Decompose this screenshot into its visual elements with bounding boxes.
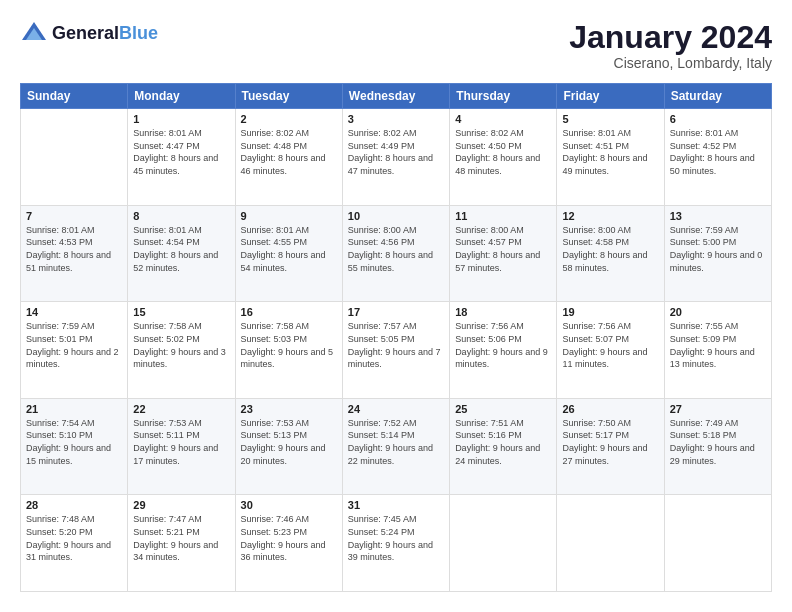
day-number: 30 bbox=[241, 499, 337, 511]
title-block: January 2024 Ciserano, Lombardy, Italy bbox=[569, 20, 772, 71]
calendar-cell: 22Sunrise: 7:53 AMSunset: 5:11 PMDayligh… bbox=[128, 398, 235, 495]
calendar-cell: 2Sunrise: 8:02 AMSunset: 4:48 PMDaylight… bbox=[235, 109, 342, 206]
day-info: Sunrise: 7:53 AMSunset: 5:13 PMDaylight:… bbox=[241, 417, 337, 467]
month-title: January 2024 bbox=[569, 20, 772, 55]
calendar-cell: 14Sunrise: 7:59 AMSunset: 5:01 PMDayligh… bbox=[21, 302, 128, 399]
calendar-cell: 23Sunrise: 7:53 AMSunset: 5:13 PMDayligh… bbox=[235, 398, 342, 495]
calendar-cell: 17Sunrise: 7:57 AMSunset: 5:05 PMDayligh… bbox=[342, 302, 449, 399]
calendar-cell: 8Sunrise: 8:01 AMSunset: 4:54 PMDaylight… bbox=[128, 205, 235, 302]
day-number: 5 bbox=[562, 113, 658, 125]
day-info: Sunrise: 7:46 AMSunset: 5:23 PMDaylight:… bbox=[241, 513, 337, 563]
day-info: Sunrise: 7:58 AMSunset: 5:03 PMDaylight:… bbox=[241, 320, 337, 370]
day-info: Sunrise: 7:47 AMSunset: 5:21 PMDaylight:… bbox=[133, 513, 229, 563]
day-number: 7 bbox=[26, 210, 122, 222]
day-info: Sunrise: 8:02 AMSunset: 4:48 PMDaylight:… bbox=[241, 127, 337, 177]
calendar-week-row: 14Sunrise: 7:59 AMSunset: 5:01 PMDayligh… bbox=[21, 302, 772, 399]
day-number: 19 bbox=[562, 306, 658, 318]
day-info: Sunrise: 7:59 AMSunset: 5:00 PMDaylight:… bbox=[670, 224, 766, 274]
day-number: 12 bbox=[562, 210, 658, 222]
calendar-cell bbox=[450, 495, 557, 592]
day-info: Sunrise: 7:51 AMSunset: 5:16 PMDaylight:… bbox=[455, 417, 551, 467]
day-info: Sunrise: 8:01 AMSunset: 4:47 PMDaylight:… bbox=[133, 127, 229, 177]
calendar-cell: 10Sunrise: 8:00 AMSunset: 4:56 PMDayligh… bbox=[342, 205, 449, 302]
day-info: Sunrise: 7:54 AMSunset: 5:10 PMDaylight:… bbox=[26, 417, 122, 467]
calendar-cell bbox=[21, 109, 128, 206]
col-tuesday: Tuesday bbox=[235, 84, 342, 109]
calendar-cell: 31Sunrise: 7:45 AMSunset: 5:24 PMDayligh… bbox=[342, 495, 449, 592]
day-info: Sunrise: 7:49 AMSunset: 5:18 PMDaylight:… bbox=[670, 417, 766, 467]
day-info: Sunrise: 7:57 AMSunset: 5:05 PMDaylight:… bbox=[348, 320, 444, 370]
day-number: 13 bbox=[670, 210, 766, 222]
calendar-cell: 20Sunrise: 7:55 AMSunset: 5:09 PMDayligh… bbox=[664, 302, 771, 399]
day-number: 28 bbox=[26, 499, 122, 511]
calendar-cell: 26Sunrise: 7:50 AMSunset: 5:17 PMDayligh… bbox=[557, 398, 664, 495]
calendar-cell: 13Sunrise: 7:59 AMSunset: 5:00 PMDayligh… bbox=[664, 205, 771, 302]
day-info: Sunrise: 8:02 AMSunset: 4:50 PMDaylight:… bbox=[455, 127, 551, 177]
calendar-cell: 7Sunrise: 8:01 AMSunset: 4:53 PMDaylight… bbox=[21, 205, 128, 302]
calendar-week-row: 21Sunrise: 7:54 AMSunset: 5:10 PMDayligh… bbox=[21, 398, 772, 495]
calendar-cell: 5Sunrise: 8:01 AMSunset: 4:51 PMDaylight… bbox=[557, 109, 664, 206]
calendar-week-row: 1Sunrise: 8:01 AMSunset: 4:47 PMDaylight… bbox=[21, 109, 772, 206]
day-info: Sunrise: 7:53 AMSunset: 5:11 PMDaylight:… bbox=[133, 417, 229, 467]
day-info: Sunrise: 7:56 AMSunset: 5:06 PMDaylight:… bbox=[455, 320, 551, 370]
day-info: Sunrise: 7:55 AMSunset: 5:09 PMDaylight:… bbox=[670, 320, 766, 370]
calendar-cell: 19Sunrise: 7:56 AMSunset: 5:07 PMDayligh… bbox=[557, 302, 664, 399]
day-number: 18 bbox=[455, 306, 551, 318]
header: GeneralBlue January 2024 Ciserano, Lomba… bbox=[20, 20, 772, 71]
day-number: 3 bbox=[348, 113, 444, 125]
col-saturday: Saturday bbox=[664, 84, 771, 109]
day-info: Sunrise: 7:58 AMSunset: 5:02 PMDaylight:… bbox=[133, 320, 229, 370]
day-number: 2 bbox=[241, 113, 337, 125]
col-monday: Monday bbox=[128, 84, 235, 109]
day-number: 26 bbox=[562, 403, 658, 415]
day-info: Sunrise: 7:56 AMSunset: 5:07 PMDaylight:… bbox=[562, 320, 658, 370]
calendar-cell: 30Sunrise: 7:46 AMSunset: 5:23 PMDayligh… bbox=[235, 495, 342, 592]
calendar-cell bbox=[664, 495, 771, 592]
day-info: Sunrise: 8:01 AMSunset: 4:52 PMDaylight:… bbox=[670, 127, 766, 177]
day-number: 29 bbox=[133, 499, 229, 511]
day-info: Sunrise: 8:01 AMSunset: 4:55 PMDaylight:… bbox=[241, 224, 337, 274]
day-info: Sunrise: 7:50 AMSunset: 5:17 PMDaylight:… bbox=[562, 417, 658, 467]
logo-line1: General bbox=[52, 23, 119, 43]
day-number: 8 bbox=[133, 210, 229, 222]
day-number: 22 bbox=[133, 403, 229, 415]
day-number: 21 bbox=[26, 403, 122, 415]
day-number: 4 bbox=[455, 113, 551, 125]
logo: GeneralBlue bbox=[20, 20, 158, 48]
calendar-week-row: 7Sunrise: 8:01 AMSunset: 4:53 PMDaylight… bbox=[21, 205, 772, 302]
day-number: 15 bbox=[133, 306, 229, 318]
calendar-cell: 24Sunrise: 7:52 AMSunset: 5:14 PMDayligh… bbox=[342, 398, 449, 495]
calendar-cell: 27Sunrise: 7:49 AMSunset: 5:18 PMDayligh… bbox=[664, 398, 771, 495]
day-number: 31 bbox=[348, 499, 444, 511]
day-number: 16 bbox=[241, 306, 337, 318]
calendar-cell: 29Sunrise: 7:47 AMSunset: 5:21 PMDayligh… bbox=[128, 495, 235, 592]
day-number: 11 bbox=[455, 210, 551, 222]
day-number: 20 bbox=[670, 306, 766, 318]
day-info: Sunrise: 7:45 AMSunset: 5:24 PMDaylight:… bbox=[348, 513, 444, 563]
day-info: Sunrise: 8:00 AMSunset: 4:56 PMDaylight:… bbox=[348, 224, 444, 274]
calendar-cell: 4Sunrise: 8:02 AMSunset: 4:50 PMDaylight… bbox=[450, 109, 557, 206]
day-info: Sunrise: 7:52 AMSunset: 5:14 PMDaylight:… bbox=[348, 417, 444, 467]
day-number: 9 bbox=[241, 210, 337, 222]
col-friday: Friday bbox=[557, 84, 664, 109]
location: Ciserano, Lombardy, Italy bbox=[569, 55, 772, 71]
logo-icon bbox=[20, 20, 48, 48]
day-number: 27 bbox=[670, 403, 766, 415]
weekday-header-row: Sunday Monday Tuesday Wednesday Thursday… bbox=[21, 84, 772, 109]
day-info: Sunrise: 8:01 AMSunset: 4:54 PMDaylight:… bbox=[133, 224, 229, 274]
calendar-cell bbox=[557, 495, 664, 592]
day-number: 25 bbox=[455, 403, 551, 415]
calendar-cell: 28Sunrise: 7:48 AMSunset: 5:20 PMDayligh… bbox=[21, 495, 128, 592]
day-info: Sunrise: 8:01 AMSunset: 4:51 PMDaylight:… bbox=[562, 127, 658, 177]
logo-line2: Blue bbox=[119, 23, 158, 43]
col-thursday: Thursday bbox=[450, 84, 557, 109]
calendar-week-row: 28Sunrise: 7:48 AMSunset: 5:20 PMDayligh… bbox=[21, 495, 772, 592]
col-sunday: Sunday bbox=[21, 84, 128, 109]
day-number: 24 bbox=[348, 403, 444, 415]
day-info: Sunrise: 8:00 AMSunset: 4:58 PMDaylight:… bbox=[562, 224, 658, 274]
calendar-cell: 3Sunrise: 8:02 AMSunset: 4:49 PMDaylight… bbox=[342, 109, 449, 206]
calendar-cell: 1Sunrise: 8:01 AMSunset: 4:47 PMDaylight… bbox=[128, 109, 235, 206]
calendar-cell: 9Sunrise: 8:01 AMSunset: 4:55 PMDaylight… bbox=[235, 205, 342, 302]
calendar-cell: 15Sunrise: 7:58 AMSunset: 5:02 PMDayligh… bbox=[128, 302, 235, 399]
day-number: 14 bbox=[26, 306, 122, 318]
